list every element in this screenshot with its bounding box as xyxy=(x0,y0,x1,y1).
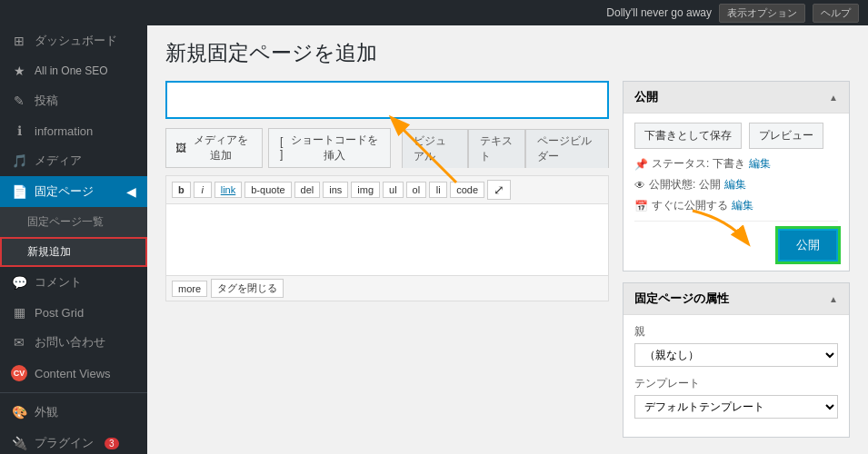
seo-icon: ★ xyxy=(11,64,27,78)
format-italic[interactable]: i xyxy=(194,182,212,198)
publish-collapse-icon[interactable]: ▲ xyxy=(829,93,838,103)
post-grid-icon: ▦ xyxy=(11,305,27,320)
sidebar-item-plugins[interactable]: 🔌 プラグイン 3 xyxy=(0,428,147,454)
preview-button[interactable]: プレビュー xyxy=(749,123,823,149)
information-icon: ℹ xyxy=(11,123,27,138)
visibility-icon: 👁 xyxy=(634,179,645,192)
format-img[interactable]: img xyxy=(351,182,380,198)
media-toolbar: 🖼 メディアを追加 [ ] ショートコードを挿入 ビジュアル テキスト ページビ… xyxy=(165,128,609,168)
posts-icon: ✎ xyxy=(11,94,27,108)
editor-column: 🖼 メディアを追加 [ ] ショートコードを挿入 ビジュアル テキスト ページビ… xyxy=(165,81,609,449)
sidebar-item-dashboard[interactable]: ⊞ ダッシュボード xyxy=(0,25,147,56)
sidebar-item-all-in-one-seo[interactable]: ★ All in One SEO xyxy=(0,56,147,85)
sidebar-item-pages-new[interactable]: 新規追加 xyxy=(0,237,147,267)
tab-text[interactable]: テキスト xyxy=(468,129,526,168)
sidebar-item-media[interactable]: 🎵 メディア xyxy=(0,145,147,176)
publish-actions: 公開 xyxy=(634,221,838,262)
status-edit-link[interactable]: 編集 xyxy=(749,156,771,172)
site-name: Dolly'll never go away xyxy=(606,6,712,19)
content-area: 新規固定ページを追加 xyxy=(147,25,868,454)
parent-label: 親 xyxy=(634,324,838,340)
add-media-button[interactable]: 🖼 メディアを追加 xyxy=(165,128,263,168)
top-bar: Dolly'll never go away 表示オプション ヘルプ xyxy=(0,0,868,25)
publish-button-wrapper: 公開 xyxy=(778,229,838,262)
shortcode-button[interactable]: [ ] ショートコードを挿入 xyxy=(268,128,391,168)
format-li[interactable]: li xyxy=(429,182,447,198)
format-fullscreen[interactable]: ⤢ xyxy=(487,180,511,200)
format-toolbar2: more タグを閉じる xyxy=(165,276,609,301)
sidebar-item-information[interactable]: ℹ information xyxy=(0,116,147,145)
dashboard-icon: ⊞ xyxy=(11,34,27,48)
plugins-badge: 3 xyxy=(105,438,119,449)
contact-icon: ✉ xyxy=(11,335,27,350)
format-code[interactable]: code xyxy=(450,182,484,198)
right-sidebar: 公開 ▲ 下書きとして保存 プレビュー 📌 ステータス: 下書き 編集 xyxy=(623,81,850,449)
plugins-icon: 🔌 xyxy=(11,436,27,450)
sidebar-item-pages[interactable]: 📄 固定ページ ◀ xyxy=(0,176,147,207)
publish-box: 公開 ▲ 下書きとして保存 プレビュー 📌 ステータス: 下書き 編集 xyxy=(623,81,850,271)
save-draft-button[interactable]: 下書きとして保存 xyxy=(634,123,742,149)
status-pin-icon: 📌 xyxy=(634,158,648,171)
publish-box-body: 下書きとして保存 プレビュー 📌 ステータス: 下書き 編集 👁 公開状態: xyxy=(624,114,849,271)
format-ul[interactable]: ul xyxy=(383,182,404,198)
tab-page-builder[interactable]: ページビルダー xyxy=(525,129,609,168)
attributes-box-header: 固定ページの属性 ▲ xyxy=(624,283,849,315)
date-edit-link[interactable]: 編集 xyxy=(732,198,753,213)
format-ins[interactable]: ins xyxy=(323,182,348,198)
pages-arrow-icon: ◀ xyxy=(126,184,136,199)
sidebar-item-pages-list[interactable]: 固定ページ一覧 xyxy=(0,207,147,237)
attributes-box-body: 親 （親なし） テンプレート デフォルトテンプレート xyxy=(624,315,849,437)
sidebar-item-content-views[interactable]: CV Content Views xyxy=(0,358,147,389)
media-icon: 🎵 xyxy=(11,153,27,168)
tab-visual[interactable]: ビジュアル xyxy=(402,129,468,168)
page-attributes-box: 固定ページの属性 ▲ 親 （親なし） テンプレート デフォルトテンプレート xyxy=(623,282,850,438)
appearance-icon: 🎨 xyxy=(11,405,27,419)
page-title: 新規固定ページを追加 xyxy=(165,39,850,67)
sidebar-item-contact[interactable]: ✉ お問い合わせ xyxy=(0,327,147,358)
attributes-collapse-icon[interactable]: ▲ xyxy=(829,294,838,304)
pages-icon: 📄 xyxy=(11,184,27,199)
format-bold[interactable]: b xyxy=(172,182,191,198)
status-row: 📌 ステータス: 下書き 編集 xyxy=(634,156,838,172)
format-more[interactable]: more xyxy=(172,281,207,297)
format-del[interactable]: del xyxy=(294,182,321,198)
display-options-button[interactable]: 表示オプション xyxy=(719,4,805,23)
format-link[interactable]: link xyxy=(215,182,243,198)
pages-submenu: 固定ページ一覧 新規追加 xyxy=(0,207,147,267)
template-label: テンプレート xyxy=(634,376,838,391)
help-button[interactable]: ヘルプ xyxy=(813,4,859,23)
parent-select[interactable]: （親なし） xyxy=(634,343,838,367)
sidebar: ⊞ ダッシュボード ★ All in One SEO ✎ 投稿 ℹ inform… xyxy=(0,25,147,454)
comments-icon: 💬 xyxy=(11,275,27,290)
format-toolbar: b i link b-quote del ins img ul ol li co… xyxy=(165,175,609,203)
editor-body[interactable] xyxy=(165,203,609,276)
editor-tabs: ビジュアル テキスト ページビルダー xyxy=(402,129,609,168)
visibility-edit-link[interactable]: 編集 xyxy=(724,177,746,192)
sidebar-item-posts[interactable]: ✎ 投稿 xyxy=(0,85,147,116)
content-views-icon: CV xyxy=(11,365,27,381)
calendar-icon: 📅 xyxy=(634,200,648,212)
publish-box-header: 公開 ▲ xyxy=(624,82,849,114)
format-ol[interactable]: ol xyxy=(406,182,427,198)
format-bquote[interactable]: b-quote xyxy=(244,182,291,198)
publish-button[interactable]: 公開 xyxy=(780,231,836,260)
sidebar-item-appearance[interactable]: 🎨 外観 xyxy=(0,397,147,428)
date-row: 📅 すぐに公開する 編集 xyxy=(634,198,838,213)
sidebar-item-comments[interactable]: 💬 コメント xyxy=(0,267,147,298)
format-close-tags[interactable]: タグを閉じる xyxy=(211,279,284,298)
shortcode-icon: [ ] xyxy=(278,135,285,161)
template-select[interactable]: デフォルトテンプレート xyxy=(634,395,838,419)
sidebar-item-post-grid[interactable]: ▦ Post Grid xyxy=(0,298,147,327)
visibility-row: 👁 公開状態: 公開 編集 xyxy=(634,177,838,192)
page-title-input[interactable] xyxy=(165,81,609,119)
media-icon-btn: 🖼 xyxy=(175,142,186,154)
